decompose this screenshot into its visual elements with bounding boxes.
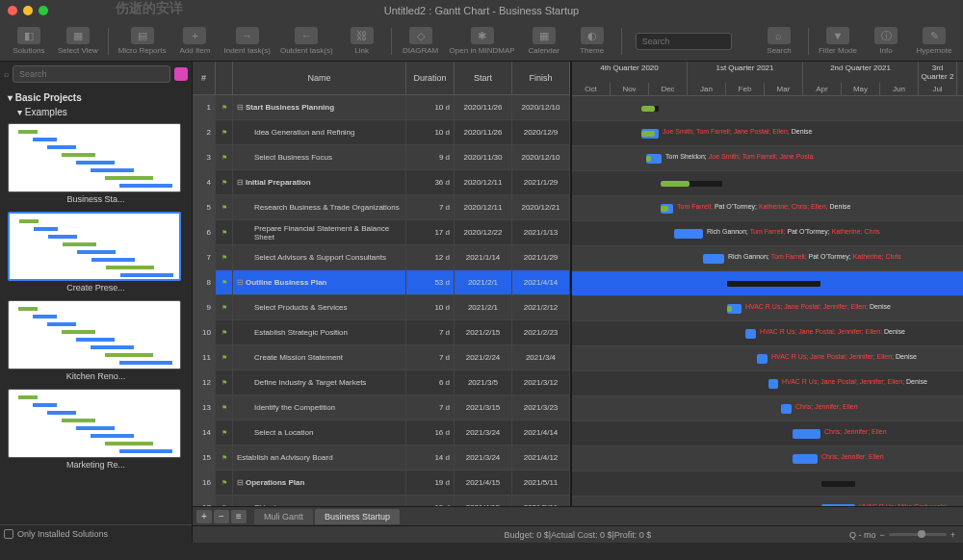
task-flag-icon[interactable]: ⚑	[216, 370, 233, 395]
task-name[interactable]: Define Industry & Target Markets	[233, 370, 406, 395]
solutions-button[interactable]: ◧Solutions	[6, 25, 52, 57]
task-bar[interactable]	[781, 404, 792, 414]
task-name[interactable]: Establish an Advisory Board	[233, 445, 406, 470]
task-name[interactable]: ⊟Start Business Planning	[233, 95, 406, 119]
task-name[interactable]: Shipping	[233, 496, 406, 506]
task-bar[interactable]	[745, 329, 756, 339]
task-name[interactable]: ⊟Initial Preparation	[233, 170, 406, 194]
zoom-out-icon[interactable]: −	[879, 530, 884, 540]
chart-row[interactable]: Rich Gannon; Tom Farrell; Pat O'Tormey; …	[572, 246, 963, 271]
task-flag-icon[interactable]: ⚑	[216, 471, 233, 495]
chart-row[interactable]: HVAC R Us; Jane Postal; Jennifer; Ellen;…	[572, 346, 963, 371]
calendar-button[interactable]: ▦Calendar	[521, 25, 567, 57]
add-tab-button[interactable]: +	[196, 510, 212, 523]
task-flag-icon[interactable]: ⚑	[216, 270, 233, 294]
task-flag-icon[interactable]: ⚑	[216, 245, 233, 269]
remove-tab-button[interactable]: −	[214, 510, 229, 523]
template-thumb[interactable]: Kitchen Reno...	[8, 300, 184, 381]
task-name[interactable]: Select Business Focus	[233, 145, 406, 169]
task-name[interactable]: Idea Generation and Refining	[233, 120, 406, 144]
task-row[interactable]: 5⚑Research Business & Trade Organization…	[193, 195, 570, 220]
sidebar-badge-icon[interactable]	[174, 67, 188, 81]
chart-row[interactable]: Chris; Jennifer; Ellen	[572, 396, 963, 421]
task-bar[interactable]	[793, 429, 820, 439]
task-row[interactable]: 13⚑Identify the Competition7 d2021/3/152…	[193, 395, 570, 420]
task-flag-icon[interactable]: ⚑	[216, 320, 233, 344]
sheet-tab[interactable]: Business Startup	[315, 509, 400, 524]
chart-row[interactable]: HVAC R Us; Jane Postal; Jennifer; Ellen;…	[572, 371, 963, 396]
task-flag-icon[interactable]: ⚑	[216, 420, 233, 445]
tree-root[interactable]: ▾ Basic Projects	[4, 90, 188, 105]
sheet-tab[interactable]: Muli Gantt	[254, 509, 313, 524]
task-row[interactable]: 4⚑⊟Initial Preparation36 d2020/12/112021…	[193, 170, 570, 195]
filter-button[interactable]: ▼Filter Mode	[815, 25, 861, 57]
chart-row[interactable]	[572, 271, 963, 296]
summary-bar[interactable]	[821, 481, 855, 487]
tab-menu-button[interactable]: ≡	[231, 510, 247, 523]
task-row[interactable]: 11⚑Create Mission Statement7 d2021/2/242…	[193, 345, 570, 370]
col-icon[interactable]	[216, 62, 233, 94]
close-icon[interactable]	[8, 6, 17, 15]
chart-row[interactable]	[572, 471, 963, 496]
task-flag-icon[interactable]: ⚑	[216, 395, 233, 420]
task-name[interactable]: Prepare Financial Statement & Balance Sh…	[233, 220, 406, 244]
chart-row[interactable]: HVAC R Us; Jane Postal; Jennifer; Ellen;…	[572, 296, 963, 321]
summary-bar[interactable]	[727, 281, 820, 287]
task-flag-icon[interactable]: ⚑	[216, 145, 233, 169]
add-button[interactable]: +Add Item	[171, 25, 218, 57]
diagram-button[interactable]: ◇DIAGRAM	[398, 25, 444, 57]
sidebar-search-input[interactable]	[13, 65, 170, 83]
col-num[interactable]: #	[193, 62, 216, 94]
task-name[interactable]: ⊟Outline Business Plan	[233, 270, 406, 294]
task-flag-icon[interactable]: ⚑	[216, 195, 233, 219]
task-flag-icon[interactable]: ⚑	[216, 220, 233, 244]
col-duration[interactable]: Duration	[406, 62, 455, 94]
task-name[interactable]: Select Products & Services	[233, 295, 406, 319]
task-flag-icon[interactable]: ⚑	[216, 445, 233, 470]
indent-button[interactable]: →Indent task(s)	[220, 25, 273, 57]
view-button[interactable]: ▦Select View	[54, 25, 102, 57]
task-row[interactable]: 2⚑Idea Generation and Refining10 d2020/1…	[193, 120, 570, 145]
zoom-slider[interactable]	[889, 533, 947, 536]
task-flag-icon[interactable]: ⚑	[216, 295, 233, 319]
task-name[interactable]: Select a Location	[233, 420, 406, 445]
micro-button[interactable]: ▤Micro Reports	[115, 25, 170, 57]
task-name[interactable]: Create Mission Statement	[233, 345, 406, 369]
chart-row[interactable]: Rich Gannon; Tom Farrell; Pat O'Tormey; …	[572, 221, 963, 246]
task-row[interactable]: 12⚑Define Industry & Target Markets6 d20…	[193, 370, 570, 395]
col-start[interactable]: Start	[455, 62, 512, 94]
chart-row[interactable]: Joe Smith; Tom Farrell; Jane Postal; Ell…	[572, 121, 963, 146]
maximize-icon[interactable]	[39, 6, 48, 15]
task-row[interactable]: 17⚑Shipping19 d2021/4/152021/5/11	[193, 496, 570, 506]
task-flag-icon[interactable]: ⚑	[216, 345, 233, 369]
task-flag-icon[interactable]: ⚑	[216, 95, 233, 119]
task-row[interactable]: 6⚑Prepare Financial Statement & Balance …	[193, 220, 570, 245]
col-finish[interactable]: Finish	[512, 62, 570, 94]
chart-row[interactable]: HVAC R Us; Jane Postal; Jennifer; Ellen;…	[572, 321, 963, 346]
checkbox-icon[interactable]	[4, 529, 13, 539]
chart-row[interactable]: HVAC R Us; Mike Grabowski	[572, 496, 963, 506]
task-name[interactable]: Establish Strategic Position	[233, 320, 406, 344]
chart-row[interactable]	[572, 96, 963, 121]
task-row[interactable]: 7⚑Select Advisors & Support Consultants1…	[193, 245, 570, 270]
task-name[interactable]: Identify the Competition	[233, 395, 406, 420]
zoom-in-icon[interactable]: +	[950, 530, 955, 540]
theme-button[interactable]: ◐Theme	[569, 25, 615, 57]
link-button[interactable]: ⛓Link	[339, 25, 385, 57]
task-name[interactable]: Select Advisors & Support Consultants	[233, 245, 406, 269]
outdent-button[interactable]: ←Outdent task(s)	[276, 25, 337, 57]
task-row[interactable]: 10⚑Establish Strategic Position7 d2021/2…	[193, 320, 570, 345]
task-name[interactable]: ⊟Operations Plan	[233, 471, 406, 495]
task-name[interactable]: Research Business & Trade Organizations	[233, 195, 406, 219]
col-name[interactable]: Name	[233, 62, 406, 94]
task-flag-icon[interactable]: ⚑	[216, 170, 233, 194]
mindmap-button[interactable]: ✱Open in MINDMAP	[446, 25, 519, 57]
task-row[interactable]: 14⚑Select a Location16 d2021/3/242021/4/…	[193, 420, 570, 445]
hypernote-button[interactable]: ✎Hypernote	[911, 25, 957, 57]
task-row[interactable]: 15⚑Establish an Advisory Board14 d2021/3…	[193, 445, 570, 471]
task-bar[interactable]	[757, 354, 768, 364]
task-row[interactable]: 3⚑Select Business Focus9 d2020/11/302020…	[193, 145, 570, 170]
chart-row[interactable]	[572, 171, 963, 196]
info-button[interactable]: ⓘInfo	[863, 25, 909, 57]
task-flag-icon[interactable]: ⚑	[216, 120, 233, 144]
